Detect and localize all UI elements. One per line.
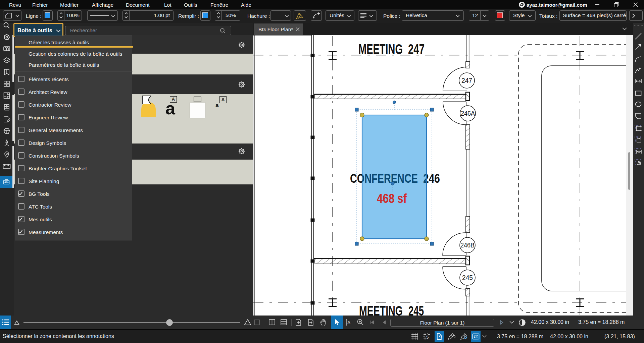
svg-text:246A: 246A (461, 110, 475, 117)
svg-text:A: A (347, 320, 351, 325)
svg-text:247: 247 (461, 77, 472, 84)
svg-text:MEETING: MEETING (358, 41, 403, 57)
svg-text:468 sf: 468 sf (377, 191, 407, 206)
svg-text:247: 247 (408, 41, 425, 57)
svg-text:245: 245 (462, 274, 473, 281)
svg-text:245: 245 (408, 303, 424, 316)
svg-text:MEETING: MEETING (359, 303, 403, 316)
svg-text:5: 5 (426, 335, 429, 340)
svg-text:246B: 246B (460, 241, 475, 249)
